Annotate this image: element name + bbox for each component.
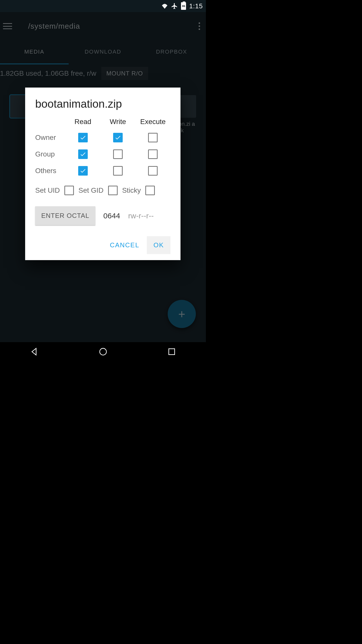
checkbox-group-execute[interactable] — [148, 149, 158, 159]
row-others: Others — [35, 167, 56, 175]
col-execute: Execute — [140, 118, 166, 126]
col-read: Read — [74, 118, 91, 126]
checkbox-others-read[interactable] — [78, 166, 88, 176]
status-bar: 86 1:15 — [0, 0, 206, 12]
checkbox-group-write[interactable] — [113, 149, 123, 159]
label-sticky: Sticky — [122, 186, 141, 194]
wifi-icon — [161, 3, 168, 9]
octal-row: ENTER OCTAL 0644 rw-r--r-- — [35, 206, 170, 225]
checkbox-owner-execute[interactable] — [148, 133, 158, 142]
col-write: Write — [110, 118, 126, 126]
status-clock: 1:15 — [189, 2, 203, 10]
app-surface: /system/media MEDIA DOWNLOAD DROPBOX 1.8… — [0, 12, 206, 342]
svg-point-0 — [100, 348, 106, 355]
battery-level: 86 — [182, 5, 185, 8]
octal-value[interactable]: 0644 — [103, 212, 120, 220]
symbolic-value: rw-r--r-- — [128, 212, 154, 220]
airplane-icon — [171, 3, 178, 10]
special-bits-row: Set UID Set GID Sticky — [35, 186, 170, 195]
label-setuid: Set UID — [35, 186, 60, 194]
cancel-button[interactable]: CANCEL — [103, 236, 146, 254]
svg-rect-1 — [169, 349, 174, 354]
label-setgid: Set GID — [78, 186, 104, 194]
dialog-title: bootanimation.zip — [35, 98, 170, 110]
checkbox-group-read[interactable] — [78, 149, 88, 159]
row-owner: Owner — [35, 134, 56, 142]
checkbox-owner-read[interactable] — [78, 133, 88, 142]
ok-button[interactable]: OK — [147, 236, 170, 254]
permissions-grid: Read Write Execute Owner Group Others — [35, 118, 170, 176]
enter-octal-button[interactable]: ENTER OCTAL — [35, 206, 95, 225]
nav-bar — [0, 342, 206, 362]
checkbox-others-execute[interactable] — [148, 166, 158, 176]
nav-back-icon[interactable] — [29, 347, 39, 358]
dialog-actions: CANCEL OK — [35, 236, 170, 254]
nav-recent-icon[interactable] — [167, 347, 177, 358]
checkbox-setgid[interactable] — [108, 186, 118, 195]
checkbox-owner-write[interactable] — [113, 133, 123, 142]
checkbox-sticky[interactable] — [145, 186, 155, 195]
permissions-dialog: bootanimation.zip Read Write Execute Own… — [25, 88, 180, 260]
battery-icon: 86 — [181, 2, 186, 10]
checkbox-others-write[interactable] — [113, 166, 123, 176]
checkbox-setuid[interactable] — [64, 186, 74, 195]
nav-home-icon[interactable] — [98, 347, 108, 358]
row-group: Group — [35, 150, 55, 158]
